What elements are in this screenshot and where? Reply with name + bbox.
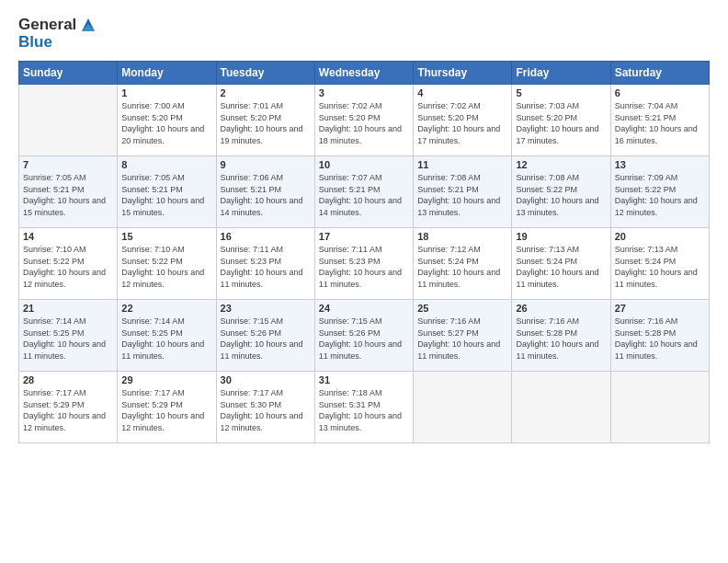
calendar-cell: 15Sunrise: 7:10 AMSunset: 5:22 PMDayligh… bbox=[118, 228, 216, 300]
day-number: 17 bbox=[319, 231, 409, 242]
calendar-cell: 11Sunrise: 7:08 AMSunset: 5:21 PMDayligh… bbox=[414, 156, 512, 228]
day-number: 4 bbox=[417, 87, 507, 98]
day-info: Sunrise: 7:17 AMSunset: 5:29 PMDaylight:… bbox=[23, 387, 113, 433]
weekday-header-saturday: Saturday bbox=[610, 62, 709, 85]
day-info: Sunrise: 7:15 AMSunset: 5:26 PMDaylight:… bbox=[221, 316, 311, 362]
day-number: 11 bbox=[417, 159, 507, 170]
day-info: Sunrise: 7:16 AMSunset: 5:28 PMDaylight:… bbox=[516, 316, 606, 362]
day-info: Sunrise: 7:16 AMSunset: 5:27 PMDaylight:… bbox=[417, 316, 507, 362]
day-number: 3 bbox=[319, 87, 409, 98]
day-info: Sunrise: 7:14 AMSunset: 5:25 PMDaylight:… bbox=[23, 316, 113, 362]
day-info: Sunrise: 7:01 AMSunset: 5:20 PMDaylight:… bbox=[221, 100, 311, 146]
day-number: 7 bbox=[23, 159, 113, 170]
day-info: Sunrise: 7:12 AMSunset: 5:24 PMDaylight:… bbox=[417, 244, 507, 290]
day-info: Sunrise: 7:09 AMSunset: 5:22 PMDaylight:… bbox=[615, 172, 705, 218]
day-number: 29 bbox=[121, 374, 211, 385]
calendar-cell: 7Sunrise: 7:05 AMSunset: 5:21 PMDaylight… bbox=[19, 156, 118, 228]
calendar-cell: 31Sunrise: 7:18 AMSunset: 5:31 PMDayligh… bbox=[314, 372, 413, 443]
day-info: Sunrise: 7:04 AMSunset: 5:21 PMDaylight:… bbox=[615, 100, 705, 146]
day-info: Sunrise: 7:10 AMSunset: 5:22 PMDaylight:… bbox=[121, 244, 211, 290]
weekday-header-thursday: Thursday bbox=[414, 62, 512, 85]
day-info: Sunrise: 7:17 AMSunset: 5:30 PMDaylight:… bbox=[221, 387, 311, 433]
week-row-2: 7Sunrise: 7:05 AMSunset: 5:21 PMDaylight… bbox=[19, 156, 710, 228]
day-number: 28 bbox=[23, 374, 113, 385]
day-number: 21 bbox=[23, 303, 113, 314]
day-number: 27 bbox=[615, 303, 705, 314]
calendar-cell: 13Sunrise: 7:09 AMSunset: 5:22 PMDayligh… bbox=[610, 156, 709, 228]
day-info: Sunrise: 7:16 AMSunset: 5:28 PMDaylight:… bbox=[615, 316, 705, 362]
calendar-cell: 14Sunrise: 7:10 AMSunset: 5:22 PMDayligh… bbox=[19, 228, 118, 300]
calendar-cell: 4Sunrise: 7:02 AMSunset: 5:20 PMDaylight… bbox=[414, 85, 512, 156]
weekday-header-tuesday: Tuesday bbox=[216, 62, 314, 85]
day-info: Sunrise: 7:18 AMSunset: 5:31 PMDaylight:… bbox=[319, 387, 409, 433]
week-row-3: 14Sunrise: 7:10 AMSunset: 5:22 PMDayligh… bbox=[19, 228, 710, 300]
calendar-cell: 19Sunrise: 7:13 AMSunset: 5:24 PMDayligh… bbox=[512, 228, 610, 300]
header: General Blue bbox=[18, 15, 710, 52]
calendar-cell: 17Sunrise: 7:11 AMSunset: 5:23 PMDayligh… bbox=[314, 228, 413, 300]
day-info: Sunrise: 7:02 AMSunset: 5:20 PMDaylight:… bbox=[319, 100, 409, 146]
day-number: 31 bbox=[319, 374, 409, 385]
day-info: Sunrise: 7:11 AMSunset: 5:23 PMDaylight:… bbox=[221, 244, 311, 290]
day-info: Sunrise: 7:11 AMSunset: 5:23 PMDaylight:… bbox=[319, 244, 409, 290]
day-info: Sunrise: 7:08 AMSunset: 5:21 PMDaylight:… bbox=[417, 172, 507, 218]
day-info: Sunrise: 7:03 AMSunset: 5:20 PMDaylight:… bbox=[516, 100, 606, 146]
week-row-4: 21Sunrise: 7:14 AMSunset: 5:25 PMDayligh… bbox=[19, 300, 710, 372]
day-number: 30 bbox=[221, 374, 311, 385]
day-number: 12 bbox=[516, 159, 606, 170]
calendar-cell bbox=[610, 372, 709, 443]
day-number: 19 bbox=[516, 231, 606, 242]
logo: General Blue bbox=[18, 15, 98, 52]
calendar-cell: 21Sunrise: 7:14 AMSunset: 5:25 PMDayligh… bbox=[19, 300, 118, 372]
day-info: Sunrise: 7:14 AMSunset: 5:25 PMDaylight:… bbox=[121, 316, 211, 362]
calendar-cell: 1Sunrise: 7:00 AMSunset: 5:20 PMDaylight… bbox=[118, 85, 216, 156]
day-number: 18 bbox=[417, 231, 507, 242]
weekday-header-sunday: Sunday bbox=[19, 62, 118, 85]
calendar-cell: 24Sunrise: 7:15 AMSunset: 5:26 PMDayligh… bbox=[314, 300, 413, 372]
day-info: Sunrise: 7:02 AMSunset: 5:20 PMDaylight:… bbox=[417, 100, 507, 146]
weekday-header-monday: Monday bbox=[118, 62, 216, 85]
day-info: Sunrise: 7:07 AMSunset: 5:21 PMDaylight:… bbox=[319, 172, 409, 218]
day-number: 1 bbox=[121, 87, 211, 98]
day-number: 13 bbox=[615, 159, 705, 170]
day-number: 6 bbox=[615, 87, 705, 98]
day-info: Sunrise: 7:08 AMSunset: 5:22 PMDaylight:… bbox=[516, 172, 606, 218]
calendar-cell: 12Sunrise: 7:08 AMSunset: 5:22 PMDayligh… bbox=[512, 156, 610, 228]
calendar-cell bbox=[414, 372, 512, 443]
page: General Blue SundayMondayTuesdayWednesda… bbox=[0, 0, 728, 563]
weekday-header-wednesday: Wednesday bbox=[314, 62, 413, 85]
calendar-cell: 25Sunrise: 7:16 AMSunset: 5:27 PMDayligh… bbox=[414, 300, 512, 372]
weekday-header-row: SundayMondayTuesdayWednesdayThursdayFrid… bbox=[19, 62, 710, 85]
day-info: Sunrise: 7:05 AMSunset: 5:21 PMDaylight:… bbox=[121, 172, 211, 218]
day-info: Sunrise: 7:15 AMSunset: 5:26 PMDaylight:… bbox=[319, 316, 409, 362]
day-number: 22 bbox=[121, 303, 211, 314]
calendar-cell: 26Sunrise: 7:16 AMSunset: 5:28 PMDayligh… bbox=[512, 300, 610, 372]
day-number: 9 bbox=[221, 159, 311, 170]
day-number: 25 bbox=[417, 303, 507, 314]
calendar-cell: 6Sunrise: 7:04 AMSunset: 5:21 PMDaylight… bbox=[610, 85, 709, 156]
calendar-cell: 23Sunrise: 7:15 AMSunset: 5:26 PMDayligh… bbox=[216, 300, 314, 372]
day-info: Sunrise: 7:05 AMSunset: 5:21 PMDaylight:… bbox=[23, 172, 113, 218]
calendar-cell: 30Sunrise: 7:17 AMSunset: 5:30 PMDayligh… bbox=[216, 372, 314, 443]
day-number: 5 bbox=[516, 87, 606, 98]
day-number: 15 bbox=[121, 231, 211, 242]
day-number: 10 bbox=[319, 159, 409, 170]
calendar-cell: 20Sunrise: 7:13 AMSunset: 5:24 PMDayligh… bbox=[610, 228, 709, 300]
calendar-cell: 22Sunrise: 7:14 AMSunset: 5:25 PMDayligh… bbox=[118, 300, 216, 372]
calendar-cell: 16Sunrise: 7:11 AMSunset: 5:23 PMDayligh… bbox=[216, 228, 314, 300]
logo-general-text: General bbox=[18, 16, 76, 34]
day-number: 26 bbox=[516, 303, 606, 314]
day-info: Sunrise: 7:17 AMSunset: 5:29 PMDaylight:… bbox=[121, 387, 211, 433]
calendar-cell: 10Sunrise: 7:07 AMSunset: 5:21 PMDayligh… bbox=[314, 156, 413, 228]
day-number: 16 bbox=[221, 231, 311, 242]
calendar-cell: 27Sunrise: 7:16 AMSunset: 5:28 PMDayligh… bbox=[610, 300, 709, 372]
calendar-cell: 9Sunrise: 7:06 AMSunset: 5:21 PMDaylight… bbox=[216, 156, 314, 228]
day-number: 20 bbox=[615, 231, 705, 242]
day-number: 23 bbox=[221, 303, 311, 314]
week-row-1: 1Sunrise: 7:00 AMSunset: 5:20 PMDaylight… bbox=[19, 85, 710, 156]
day-number: 24 bbox=[319, 303, 409, 314]
calendar-cell bbox=[512, 372, 610, 443]
day-info: Sunrise: 7:10 AMSunset: 5:22 PMDaylight:… bbox=[23, 244, 113, 290]
calendar-cell: 5Sunrise: 7:03 AMSunset: 5:20 PMDaylight… bbox=[512, 85, 610, 156]
calendar-cell: 2Sunrise: 7:01 AMSunset: 5:20 PMDaylight… bbox=[216, 85, 314, 156]
calendar-cell: 18Sunrise: 7:12 AMSunset: 5:24 PMDayligh… bbox=[414, 228, 512, 300]
